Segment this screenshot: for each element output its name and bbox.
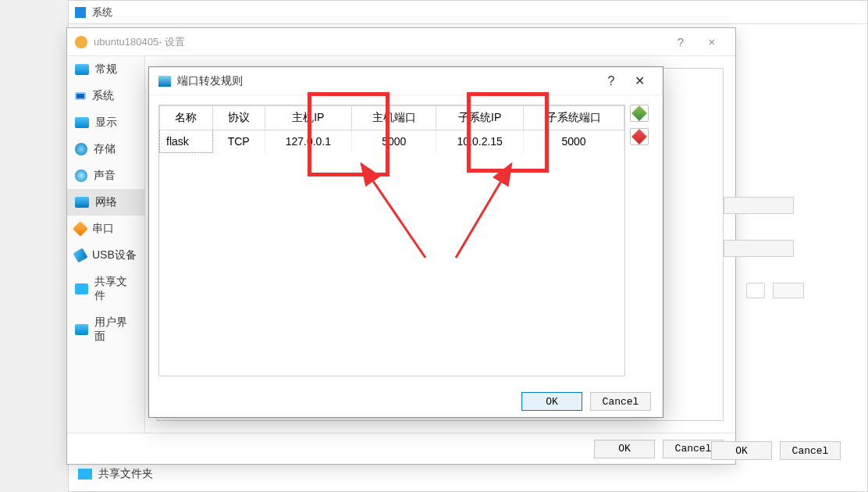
outer-ok-button[interactable]: OK [711, 441, 772, 460]
sidebar-item-usb[interactable]: USB设备 [67, 242, 144, 269]
usb-icon [73, 248, 87, 262]
pf-help-button[interactable]: ? [597, 74, 625, 88]
system-icon [75, 92, 86, 100]
col-name[interactable]: 名称 [160, 106, 213, 130]
sidebar-item-display[interactable]: 显示 [67, 109, 144, 136]
settings-footer: OK Cancel [67, 433, 735, 464]
pf-close-button[interactable]: ✕ [625, 73, 653, 88]
sidebar-label: 系统 [92, 89, 114, 103]
system-title: 系统 [92, 5, 112, 20]
plus-icon [631, 105, 647, 121]
sidebar-item-ui[interactable]: 用户界面 [67, 309, 144, 350]
refresh-icon[interactable] [746, 283, 765, 298]
sidebar-label: 串口 [92, 222, 114, 236]
network-icon [158, 76, 171, 87]
storage-icon [75, 143, 87, 155]
outer-cancel-button[interactable]: Cancel [780, 441, 841, 460]
sidebar-label: 显示 [95, 116, 117, 130]
pf-footer: OK Cancel [149, 386, 663, 417]
table-row[interactable]: flask TCP 127.0.0.1 5000 10.0.2.15 5000 [160, 130, 624, 153]
sidebar-item-serial[interactable]: 串口 [67, 216, 144, 242]
cell-guest-ip[interactable]: 10.0.2.15 [436, 130, 524, 153]
cell-host-port[interactable]: 5000 [352, 130, 436, 153]
col-protocol[interactable]: 协议 [212, 106, 265, 130]
vm-icon [75, 36, 87, 48]
sidebar-label: 存储 [94, 142, 116, 156]
table-header-row: 名称 协议 主机IP 主机端口 子系统IP 子系统端口 [160, 106, 624, 130]
cell-host-ip[interactable]: 127.0.0.1 [265, 130, 352, 153]
sidebar-label: 共享文件 [94, 275, 137, 303]
display-icon [75, 117, 89, 128]
sidebar-label: USB设备 [92, 248, 137, 262]
sidebar-item-system[interactable]: 系统 [67, 83, 144, 109]
sidebar-item-shared[interactable]: 共享文件 [67, 269, 144, 309]
settings-sidebar: 常规 系统 显示 存储 声音 网络 [67, 56, 145, 433]
close-button[interactable]: × [696, 35, 727, 48]
sidebar-item-general[interactable]: 常规 [67, 56, 144, 83]
sidebar-label: 声音 [94, 169, 116, 183]
col-host-port[interactable]: 主机端口 [352, 106, 436, 130]
help-button[interactable]: ? [665, 35, 696, 48]
sidebar-label: 用户界面 [94, 316, 137, 344]
sidebar-label: 网络 [95, 195, 117, 209]
cell-name[interactable]: flask [160, 130, 213, 153]
port-forwarding-dialog: 端口转发规则 ? ✕ 名称 协议 主机IP 主机端口 子系统IP 子系统端口 [148, 66, 663, 418]
serial-icon [73, 221, 88, 237]
col-guest-ip[interactable]: 子系统IP [436, 106, 524, 130]
remove-rule-button[interactable] [630, 128, 649, 145]
settings-titlebar[interactable]: ubuntu180405 - 设置 ? × [67, 28, 735, 56]
network-icon [75, 197, 89, 208]
pf-ok-button[interactable]: OK [521, 392, 582, 411]
add-rule-button[interactable] [630, 105, 649, 122]
folder-icon [78, 469, 92, 480]
sidebar-label: 常规 [95, 62, 117, 77]
bg-input[interactable] [773, 283, 804, 298]
sidebar-item-audio[interactable]: 声音 [67, 162, 144, 189]
shared-folder-item[interactable]: 共享文件夹 [78, 467, 153, 481]
sidebar-item-network[interactable]: 网络 [67, 189, 144, 216]
shared-folder-label: 共享文件夹 [98, 467, 153, 481]
general-icon [75, 64, 89, 75]
minus-icon [631, 129, 647, 144]
sidebar-item-storage[interactable]: 存储 [67, 136, 144, 162]
pf-titlebar[interactable]: 端口转发规则 ? ✕ [149, 67, 663, 95]
col-guest-port[interactable]: 子系统端口 [524, 106, 624, 130]
bg-dropdown[interactable] [724, 240, 794, 257]
audio-icon [75, 169, 87, 182]
outer-footer: OK Cancel [711, 441, 841, 460]
bg-dropdown[interactable] [724, 197, 794, 214]
pf-actions [625, 105, 653, 376]
chip-icon [75, 7, 86, 18]
folder-icon [75, 283, 88, 294]
pf-cancel-button[interactable]: Cancel [590, 392, 651, 411]
col-host-ip[interactable]: 主机IP [265, 106, 352, 130]
cell-guest-port[interactable]: 5000 [524, 130, 624, 153]
pf-table: 名称 协议 主机IP 主机端口 子系统IP 子系统端口 flask TCP 12… [159, 105, 624, 153]
settings-title-suffix: - 设置 [158, 35, 185, 49]
pf-title: 端口转发规则 [177, 74, 243, 88]
settings-ok-button[interactable]: OK [594, 440, 655, 458]
settings-title-vm: ubuntu180405 [94, 36, 158, 48]
cell-protocol[interactable]: TCP [212, 130, 265, 153]
pf-table-container: 名称 协议 主机IP 主机端口 子系统IP 子系统端口 flask TCP 12… [158, 105, 625, 376]
system-titlebar: 系统 [69, 1, 867, 24]
ui-icon [75, 324, 88, 335]
